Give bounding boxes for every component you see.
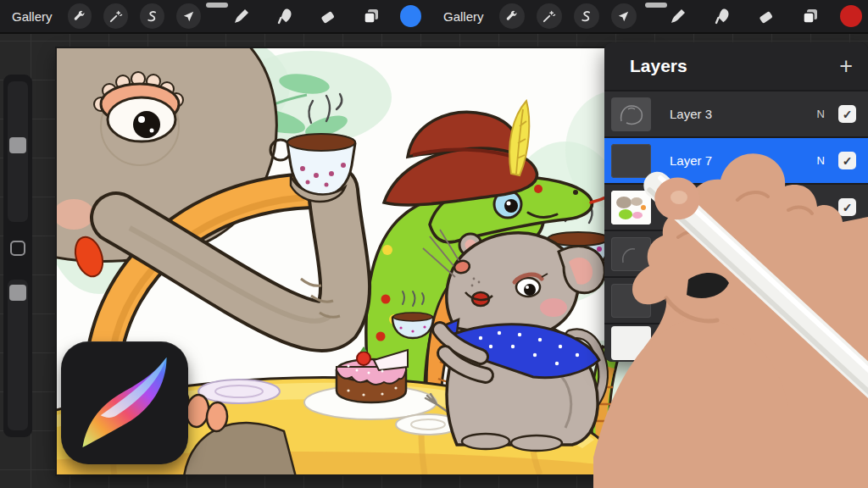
layer-thumbnail <box>611 191 651 225</box>
blend-mode-button[interactable]: N <box>817 108 825 120</box>
layer-thumbnail <box>611 284 651 318</box>
layer-row[interactable]: ✓ <box>604 185 868 230</box>
gallery-button-2[interactable]: Gallery <box>443 9 484 24</box>
layer-thumbnail <box>611 97 651 131</box>
paint-brush-icon[interactable] <box>228 2 256 30</box>
layer-name: Layer 3 <box>670 107 712 121</box>
blend-mode-button[interactable]: N <box>817 154 825 167</box>
brush-sidebar <box>3 75 32 437</box>
layer-visibility-checkbox[interactable]: ✓ <box>838 245 856 263</box>
smudge-icon[interactable] <box>271 2 299 30</box>
layers-panel-header: Layers + <box>604 42 868 90</box>
selection-icon[interactable] <box>140 3 164 29</box>
opacity-handle[interactable] <box>9 285 26 301</box>
brush-size-handle[interactable] <box>9 137 26 153</box>
procreate-app-icon <box>61 341 188 464</box>
divider-pill <box>206 3 228 8</box>
layers-title: Layers <box>630 56 687 76</box>
layers-panel: Layers + Layer 3 N ✓ Layer 7 N ✓ ✓ <box>604 42 868 362</box>
layer-visibility-checkbox[interactable]: ✓ <box>838 291 856 309</box>
add-layer-button[interactable]: + <box>839 55 853 78</box>
wrench-icon[interactable] <box>499 3 525 29</box>
selection-icon[interactable] <box>574 3 599 29</box>
wrench-icon[interactable] <box>68 3 92 29</box>
layer-row[interactable]: ✓ <box>604 231 868 276</box>
layer-visibility-checkbox[interactable]: ✓ <box>838 198 856 216</box>
layer-visibility-checkbox[interactable]: ✓ <box>838 152 856 169</box>
paint-brush-icon[interactable] <box>664 2 693 30</box>
layer-thumbnail <box>611 326 651 360</box>
divider-pill <box>645 3 667 8</box>
modify-button[interactable] <box>10 241 25 256</box>
layer-row-selected[interactable]: Layer 7 N ✓ <box>604 138 868 183</box>
procreate-workspace: Gallery <box>0 0 868 488</box>
layer-thumbnail <box>611 237 651 271</box>
layers-icon[interactable] <box>357 2 385 30</box>
gallery-button[interactable]: Gallery <box>12 9 53 24</box>
transform-arrow-icon[interactable] <box>611 3 637 29</box>
top-toolbars: Gallery <box>0 0 868 34</box>
transform-arrow-icon[interactable] <box>176 3 201 29</box>
layer-row[interactable]: Layer 3 N ✓ <box>604 92 868 136</box>
layers-icon[interactable] <box>796 2 825 30</box>
smudge-icon[interactable] <box>708 2 737 30</box>
active-color-swatch-2[interactable] <box>840 5 862 27</box>
adjustments-wand-icon[interactable] <box>537 3 562 29</box>
active-color-swatch[interactable] <box>400 5 421 27</box>
eraser-icon[interactable] <box>752 2 781 30</box>
adjustments-wand-icon[interactable] <box>103 3 128 29</box>
layer-visibility-checkbox[interactable]: ✓ <box>838 105 856 123</box>
opacity-slider[interactable] <box>8 280 28 430</box>
background-layer-row[interactable] <box>604 324 868 362</box>
eraser-icon[interactable] <box>314 2 342 30</box>
layer-row[interactable]: ✓ <box>604 278 868 323</box>
layer-thumbnail <box>611 144 651 178</box>
layer-name: Layer 7 <box>670 153 712 168</box>
